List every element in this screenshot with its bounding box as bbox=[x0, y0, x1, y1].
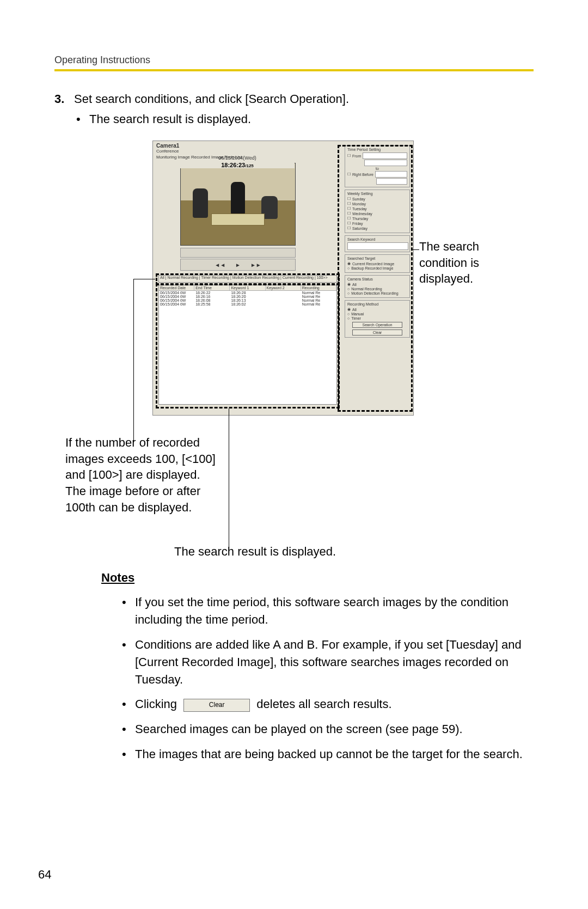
callout-center: The search result is displayed. bbox=[174, 544, 392, 560]
radio-icon[interactable]: ◉ bbox=[347, 307, 351, 312]
note-item: • If you set the time period, this softw… bbox=[122, 594, 534, 629]
note-item: • The images that are being backed up ca… bbox=[122, 746, 534, 763]
rb-time-field[interactable] bbox=[376, 178, 407, 185]
table-row[interactable]: 06/15/2004 6W18:26:0818:26:13Normal Re bbox=[159, 298, 336, 302]
app-screenshot: Camera1 Conference Monitoring Image Reco… bbox=[152, 141, 414, 416]
table-row[interactable]: 06/15/2004 6W18:26:1618:26:20Normal Re bbox=[159, 295, 336, 298]
checkbox-icon[interactable]: ☐ bbox=[347, 172, 351, 176]
notes-heading: Notes bbox=[101, 571, 534, 585]
checkbox-icon[interactable]: ☐ bbox=[347, 226, 351, 230]
list-header: Recorded Date End Time Keyword 1 Keyword… bbox=[159, 285, 336, 291]
step-sub-text: The search result is displayed. bbox=[89, 112, 251, 126]
checkbox-icon[interactable]: ☐ bbox=[347, 202, 351, 206]
prev-button[interactable]: ◄◄ bbox=[215, 262, 225, 268]
video-frame bbox=[180, 163, 296, 246]
bullet-icon: • bbox=[76, 112, 82, 126]
radio-icon[interactable]: ◉ bbox=[347, 261, 351, 266]
checkbox-icon[interactable]: ☐ bbox=[347, 154, 351, 158]
weekly-group: Weekly Setting ☐Sunday ☐Monday ☐Tuesday … bbox=[345, 190, 410, 233]
bullet-icon: • bbox=[122, 721, 127, 738]
header-rule bbox=[54, 69, 534, 71]
filter-tabs[interactable]: All | Normal Recording | Timer Recording… bbox=[158, 275, 337, 283]
radio-icon[interactable]: ○ bbox=[347, 266, 350, 270]
leader-line bbox=[133, 279, 134, 442]
target-group: Searched Target ◉Current Recorded Image … bbox=[345, 254, 410, 273]
play-button[interactable]: ► bbox=[235, 262, 241, 268]
radio-icon[interactable]: ○ bbox=[347, 291, 350, 295]
note-text: The images that are being backed up cann… bbox=[135, 746, 523, 763]
leader-line bbox=[229, 408, 229, 550]
playback-slider[interactable] bbox=[180, 248, 296, 258]
note-item: • Clicking Clear deletes all search resu… bbox=[122, 696, 534, 713]
clear-button[interactable]: Clear bbox=[352, 330, 402, 335]
checkbox-icon[interactable]: ☐ bbox=[347, 206, 351, 211]
page-number: 64 bbox=[38, 868, 51, 882]
figure: Camera1 Conference Monitoring Image Reco… bbox=[54, 141, 534, 565]
radio-icon[interactable]: ○ bbox=[347, 316, 350, 320]
step-sub-bullet: • The search result is displayed. bbox=[76, 112, 534, 126]
search-panel: Time Period Setting ☐From to ☐Right Befo… bbox=[345, 145, 410, 410]
step-number: 3. bbox=[54, 90, 69, 108]
bullet-icon: • bbox=[122, 594, 127, 629]
keyword-input[interactable] bbox=[347, 242, 408, 250]
playback-controls: ◄◄ ► ►► bbox=[180, 259, 296, 271]
step-3: 3. Set search conditions, and click [Sea… bbox=[54, 90, 534, 108]
running-header: Operating Instructions bbox=[54, 54, 534, 66]
table-row[interactable]: 06/15/2004 6W18:25:5818:26:02Normal Re bbox=[159, 302, 336, 306]
rb-date-field[interactable] bbox=[375, 171, 407, 178]
leader-line bbox=[413, 249, 419, 250]
note-text: Conditions are added like A and B. For e… bbox=[135, 636, 534, 688]
video-date: 06/15/2004(Wed) bbox=[180, 155, 295, 161]
camera-status-group: Camera Status ◉All ○Normal Recording ○Mo… bbox=[345, 275, 410, 298]
results-list[interactable]: Recorded Date End Time Keyword 1 Keyword… bbox=[158, 285, 337, 405]
note-text: Clicking Clear deletes all search result… bbox=[135, 696, 392, 713]
bullet-icon: • bbox=[122, 746, 127, 763]
table-row[interactable]: 06/15/2004 6W18:26:2218:26:28Normal Re bbox=[159, 291, 336, 295]
checkbox-icon[interactable]: ☐ bbox=[347, 221, 351, 225]
callout-left: If the number of recorded images exceeds… bbox=[65, 435, 223, 515]
time-period-group: Time Period Setting ☐From to ☐Right Befo… bbox=[345, 145, 410, 187]
search-operation-button[interactable]: Search Operation bbox=[352, 322, 402, 328]
checkbox-icon[interactable]: ☐ bbox=[347, 216, 351, 221]
video-time: 18:26:23/125 bbox=[180, 162, 295, 168]
bullet-icon: • bbox=[122, 696, 127, 713]
from-time-field[interactable] bbox=[364, 160, 407, 166]
method-group: Recording Method ◉All ○Manual ○Timer Sea… bbox=[345, 300, 410, 338]
leader-line bbox=[133, 279, 155, 279]
note-item: • Searched images can be played on the s… bbox=[122, 721, 534, 738]
keyword-group: Search Keyword bbox=[345, 235, 410, 252]
checkbox-icon[interactable]: ☐ bbox=[347, 197, 351, 201]
note-item: • Conditions are added like A and B. For… bbox=[122, 636, 534, 688]
radio-icon[interactable]: ○ bbox=[347, 287, 350, 291]
clear-button-inline[interactable]: Clear bbox=[183, 699, 250, 712]
note-text: Searched images can be played on the scr… bbox=[135, 721, 463, 738]
bullet-icon: • bbox=[122, 636, 127, 688]
callout-right: The search condition is displayed. bbox=[419, 239, 528, 287]
step-text: Set search conditions, and click [Search… bbox=[74, 90, 349, 108]
checkbox-icon[interactable]: ☐ bbox=[347, 211, 351, 216]
radio-icon[interactable]: ○ bbox=[347, 312, 350, 316]
radio-icon[interactable]: ◉ bbox=[347, 282, 351, 286]
video-scene bbox=[181, 163, 295, 245]
next-button[interactable]: ►► bbox=[250, 262, 261, 268]
from-date-field[interactable] bbox=[363, 152, 407, 159]
note-text: If you set the time period, this softwar… bbox=[135, 594, 534, 629]
